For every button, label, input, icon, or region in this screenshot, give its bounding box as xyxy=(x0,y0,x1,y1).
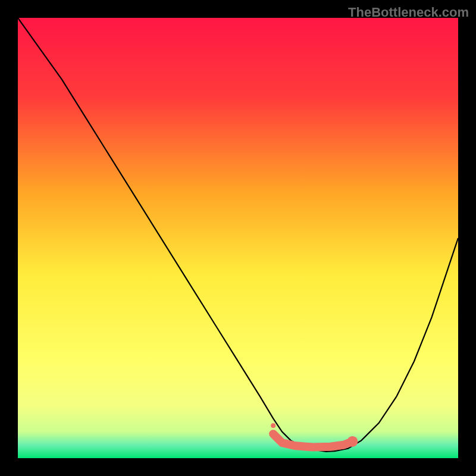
bottleneck-curve-svg xyxy=(18,18,458,458)
optimal-range-end-dot xyxy=(347,436,358,447)
optimal-range-highlight xyxy=(271,423,358,447)
chart-plot-area xyxy=(18,18,458,458)
optimal-range-start-dot xyxy=(271,423,275,428)
bottleneck-curve-path xyxy=(18,18,458,452)
optimal-range-stroke xyxy=(273,434,352,447)
watermark-text: TheBottleneck.com xyxy=(348,5,469,20)
